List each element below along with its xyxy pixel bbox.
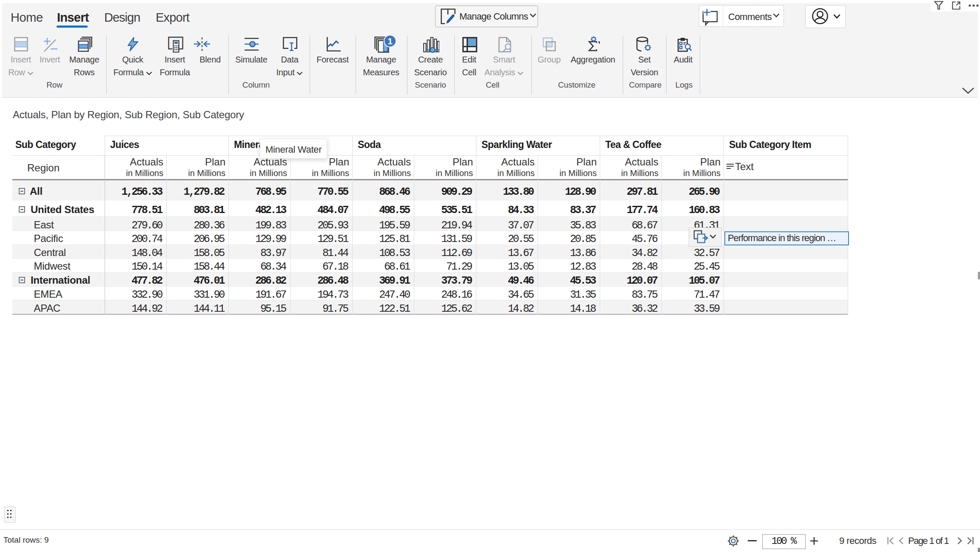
svg-text:1: 1 <box>387 36 393 46</box>
